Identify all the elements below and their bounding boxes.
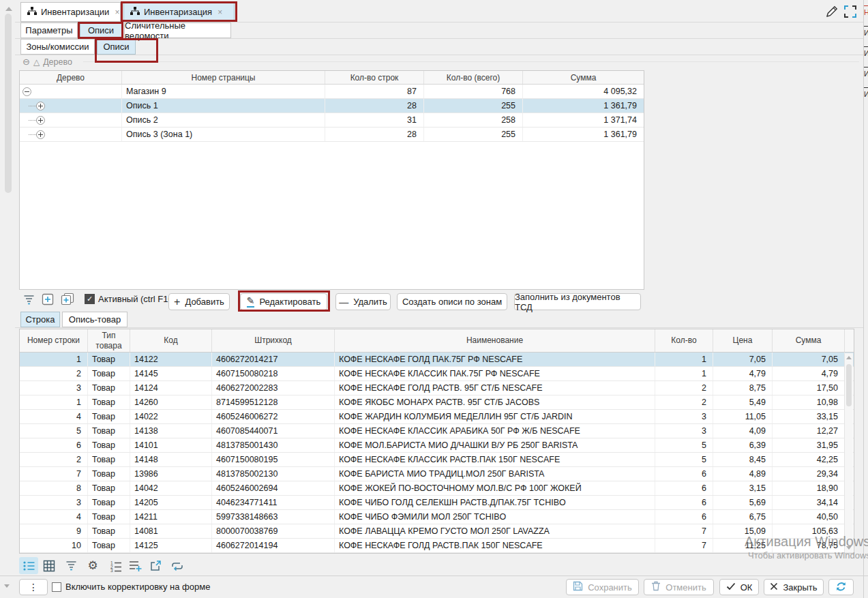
cell-name: КОФЕ ЧИБО ФЭМИЛИ МОЛ 250Г TCHIBO — [335, 510, 655, 524]
list-add-icon[interactable] — [125, 557, 145, 574]
add-item-icon[interactable] — [42, 293, 54, 305]
col-line-number[interactable]: Номер строки — [20, 329, 88, 352]
edit-button[interactable]: ✎ Редактировать — [240, 293, 327, 310]
col-name[interactable]: Наименование — [335, 329, 655, 352]
tree-col-tree[interactable]: Дерево — [20, 71, 122, 84]
table-row[interactable]: 9 Товар 14081 8000070038769 КОФЕ ЛАВАЦЦА… — [20, 524, 854, 539]
table-row[interactable]: 1 Товар 14122 4606272014217 КОФЕ НЕСКАФЕ… — [20, 353, 854, 367]
tab-zones-commissions[interactable]: Зоны/комиссии — [20, 39, 95, 55]
table-row[interactable]: 3 Товар 14124 4606272002283 КОФЕ НЕСКАФЕ… — [20, 381, 854, 395]
tab-inventories-l3[interactable]: Описи — [97, 39, 136, 55]
cell-item-type: Товар — [88, 395, 130, 409]
tree-table-row[interactable]: Магазин 9 87 768 4 095,32 — [20, 85, 644, 99]
expander-icon[interactable] — [36, 102, 45, 110]
col-qty[interactable]: Кол-во — [655, 329, 713, 352]
cell-code: 13986 — [130, 467, 212, 481]
col-price[interactable]: Цена — [713, 329, 773, 352]
active-checkbox[interactable]: ✓ — [85, 294, 95, 304]
filter-icon[interactable] — [23, 295, 35, 305]
numbered-list-icon[interactable]: 123 — [106, 557, 125, 574]
open-external-icon[interactable] — [146, 557, 165, 574]
list-view-icon[interactable] — [19, 557, 38, 574]
tab-inventories-list[interactable]: Инвентаризации × — [20, 2, 121, 22]
tab-inventory-item[interactable]: Опись-товар — [62, 312, 128, 327]
pencil-icon: ✎ — [247, 296, 255, 308]
close-button[interactable]: Закрыть — [764, 579, 824, 595]
col-barcode[interactable]: Штрихкод — [212, 329, 335, 352]
cell-barcode: 8000070038769 — [212, 524, 335, 538]
close-tab-icon[interactable]: × — [218, 8, 222, 17]
close-tab-icon[interactable]: × — [115, 8, 119, 17]
triangle-icon[interactable]: △ — [33, 57, 40, 67]
filter-icon[interactable] — [61, 557, 80, 574]
cell-barcode: 4605246006272 — [212, 410, 335, 423]
table-row[interactable]: 3 Товар 14205 4046234771411 КОФЕ ЧИБО ГО… — [20, 496, 854, 510]
tree-table-row[interactable]: Опись 1 28 255 1 361,79 — [20, 99, 644, 113]
scrollbar-thumb[interactable] — [846, 364, 852, 406]
cell-price: 8,45 — [713, 453, 773, 466]
left-scrollbar-up-arrow[interactable] — [5, 7, 12, 11]
table-row[interactable]: 4 Товар 14211 5997338148663 КОФЕ ЧИБО ФЭ… — [20, 510, 854, 524]
cancel-button[interactable]: Отменить — [644, 579, 714, 595]
sitemap-icon — [27, 7, 37, 18]
expander-icon[interactable] — [36, 130, 45, 139]
left-scrollbar[interactable] — [5, 14, 12, 193]
tree-table-row[interactable]: Опись 3 (Зона 1) 28 255 1 361,79 — [20, 128, 644, 142]
tree-cell-total: 258 — [424, 113, 523, 127]
table-row[interactable]: 1 Товар 14260 8714599512128 КОФЕ ЯКОБС М… — [20, 395, 854, 410]
adjust-checkbox-group[interactable]: Включить корректировку на форме — [52, 582, 210, 592]
cell-price: 3,15 — [713, 481, 773, 495]
tab-parameters[interactable]: Параметры — [20, 23, 78, 38]
edit-pencil-icon[interactable] — [824, 4, 840, 19]
gear-icon[interactable]: ⚙ — [83, 557, 102, 574]
products-scrollbar[interactable] — [844, 353, 853, 552]
tab-inventory-doc[interactable]: Инвентаризация × — [123, 2, 235, 22]
create-by-zones-button[interactable]: Создать описи по зонам — [397, 293, 507, 310]
tree-table-row[interactable]: Опись 2 31 258 1 371,74 — [20, 113, 644, 128]
tree-col-lines[interactable]: Кол-во строк — [325, 71, 424, 84]
delete-button[interactable]: — Удалить — [335, 293, 391, 310]
ok-button[interactable]: ОК — [719, 579, 759, 595]
cell-item-type: Товар — [88, 381, 130, 395]
fullscreen-icon[interactable] — [843, 4, 858, 19]
tab-row[interactable]: Строка — [20, 312, 60, 327]
adjust-checkbox[interactable] — [52, 582, 61, 592]
table-row[interactable]: 5 Товар 14138 4607085440071 КОФЕ НЕСКАФЕ… — [20, 424, 854, 438]
cell-name: КОФЕ МОЛ.БАРИСТА МИО Д/ЧАШКИ В/У РБ 250Г… — [335, 438, 655, 452]
tree-col-page[interactable]: Номер страницы — [122, 71, 325, 84]
table-row[interactable]: 7 Товар 13986 4813785002130 КОФЕ БАРИСТА… — [20, 467, 854, 481]
repeat-icon[interactable] — [168, 557, 187, 574]
fill-from-tsd-button[interactable]: Заполнить из документов ТСД — [514, 293, 641, 310]
table-row[interactable]: 2 Товар 14148 4607150080195 КОФЕ НЕСКАФЕ… — [20, 453, 854, 467]
tab-inventories-l2[interactable]: Описи — [80, 23, 122, 38]
tree-connector — [29, 106, 36, 106]
close-icon — [770, 582, 778, 593]
cell-sum: 7,05 — [773, 353, 845, 366]
cell-code: 14101 — [130, 438, 212, 452]
tree-col-sum[interactable]: Сумма — [523, 71, 644, 84]
grid-view-icon[interactable] — [40, 557, 59, 574]
refresh-button[interactable] — [828, 579, 854, 595]
active-checkbox-group[interactable]: ✓ Активный (ctrl F10) — [85, 294, 176, 304]
expander-icon[interactable] — [36, 116, 45, 125]
col-item-type[interactable]: Тип товара — [88, 329, 130, 352]
tab-comparison-sheets[interactable]: Сличительные ведомости — [124, 23, 231, 38]
col-code[interactable]: Код — [130, 329, 212, 352]
table-row[interactable]: 10 Товар 14125 4606272014194 КОФЕ НЕСКАФ… — [20, 539, 854, 553]
collapse-all-icon[interactable]: ⊖ — [23, 57, 30, 67]
table-row[interactable]: 2 Товар 14145 4607150080218 КОФЕ НЕСКАФЕ… — [20, 367, 854, 381]
footer-collapse-icon[interactable] — [4, 584, 10, 588]
cell-price: 6,39 — [713, 438, 773, 452]
col-sum[interactable]: Сумма — [773, 329, 845, 352]
tree-col-total[interactable]: Кол-во (всего) — [424, 71, 523, 84]
expander-icon[interactable] — [23, 87, 31, 96]
table-row[interactable]: 4 Товар 14022 4605246006272 КОФЕ ЖАРДИН … — [20, 410, 854, 424]
table-row[interactable]: 8 Товар 14042 4605246002694 КОФЕ ЖОКЕЙ П… — [20, 481, 854, 496]
save-button[interactable]: Сохранить — [566, 579, 639, 595]
table-row[interactable]: 6 Товар 14101 4813785001430 КОФЕ МОЛ.БАР… — [20, 438, 854, 453]
add-button[interactable]: + Добавить — [168, 293, 230, 310]
cell-line-number: 2 — [20, 453, 88, 466]
add-copy-icon[interactable] — [61, 293, 74, 305]
scroll-up-icon[interactable] — [846, 356, 852, 359]
more-button[interactable]: ⋮ — [19, 579, 48, 595]
